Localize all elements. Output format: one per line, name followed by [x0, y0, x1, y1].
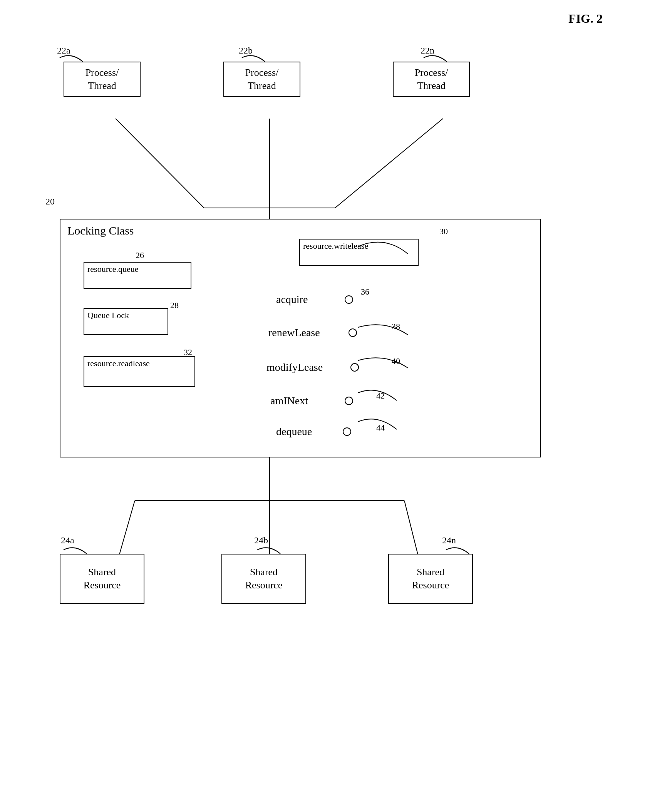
- resource-queue-box: resource.queue: [84, 262, 191, 289]
- ref-42: 42: [376, 391, 385, 401]
- resource-readlease-box: resource.readlease: [84, 356, 195, 387]
- ref-28: 28: [170, 300, 179, 310]
- shared-resource-box-3: SharedResource: [388, 554, 473, 604]
- locking-class-title: Locking Class: [67, 224, 134, 237]
- svg-line-2: [335, 119, 443, 208]
- svg-line-0: [116, 119, 204, 208]
- renewlease-label: renewLease: [268, 327, 320, 339]
- ref-22b: 22b: [239, 45, 253, 56]
- aminext-label: amINext: [270, 395, 308, 407]
- acquire-label: acquire: [276, 293, 308, 306]
- resource-writelease-box: resource.writelease: [299, 239, 419, 266]
- renewlease-circle: [349, 328, 357, 337]
- svg-line-8: [119, 501, 135, 554]
- modifylease-circle: [350, 363, 359, 372]
- ref-40: 40: [392, 356, 400, 366]
- process-thread-box-3: Process/Thread: [393, 62, 470, 97]
- queue-lock-box: Queue Lock: [84, 308, 168, 335]
- ref-22n: 22n: [421, 45, 434, 56]
- svg-line-10: [404, 501, 418, 554]
- ref-44: 44: [376, 423, 385, 433]
- ref-36: 36: [361, 287, 369, 297]
- ref-26: 26: [136, 250, 144, 260]
- ref-24b: 24b: [254, 535, 268, 546]
- process-thread-box-1: Process/Thread: [64, 62, 141, 97]
- ref-20: 20: [45, 196, 55, 207]
- ref-24n: 24n: [442, 535, 456, 546]
- locking-class-box: Locking Class 26 resource.queue 28 Queue…: [60, 219, 541, 457]
- shared-resource-box-2: SharedResource: [221, 554, 306, 604]
- aminext-circle: [345, 397, 353, 405]
- process-thread-box-2: Process/Thread: [223, 62, 300, 97]
- figure-title: FIG. 2: [568, 12, 603, 26]
- shared-resource-box-1: SharedResource: [60, 554, 144, 604]
- ref-38: 38: [392, 322, 400, 332]
- modifylease-label: modifyLease: [266, 361, 323, 374]
- ref-30: 30: [439, 226, 448, 236]
- dequeue-label: dequeue: [276, 425, 312, 438]
- ref-22a: 22a: [57, 45, 70, 56]
- ref-24a: 24a: [61, 535, 74, 546]
- dequeue-circle: [343, 427, 351, 436]
- acquire-circle: [345, 295, 353, 304]
